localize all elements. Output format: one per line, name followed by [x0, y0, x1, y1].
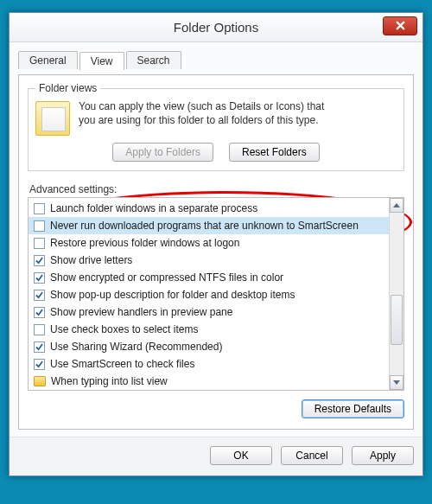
- checkbox[interactable]: [34, 272, 45, 284]
- apply-to-folders-button[interactable]: Apply to Folders: [112, 143, 213, 162]
- scroll-down-button[interactable]: [390, 375, 403, 390]
- checkbox[interactable]: [34, 203, 45, 214]
- checkbox[interactable]: [34, 359, 45, 370]
- folder-views-legend: Folder views: [35, 82, 100, 94]
- advanced-settings-list: Launch folder windows in a separate proc…: [28, 197, 404, 391]
- list-item[interactable]: Never run downloaded programs that are u…: [29, 217, 389, 234]
- ok-button[interactable]: OK: [210, 446, 272, 465]
- checkbox[interactable]: [34, 255, 45, 266]
- chevron-down-icon: [393, 380, 400, 385]
- list-item[interactable]: Use SmartScreen to check files: [29, 355, 389, 373]
- restore-defaults-button[interactable]: Restore Defaults: [302, 399, 404, 418]
- cancel-button[interactable]: Cancel: [281, 446, 343, 465]
- list-item-label: Use SmartScreen to check files: [50, 358, 194, 370]
- scroll-up-button[interactable]: [390, 198, 403, 213]
- reset-folders-button[interactable]: Reset Folders: [229, 143, 320, 162]
- window-title: Folder Options: [174, 20, 258, 35]
- titlebar: Folder Options: [10, 13, 422, 42]
- tab-general[interactable]: General: [18, 51, 78, 69]
- list-item-label: Never run downloaded programs that are u…: [50, 220, 359, 232]
- scrollbar[interactable]: [389, 198, 403, 390]
- list-item[interactable]: Show pop-up description for folder and d…: [29, 286, 389, 303]
- list-item-label: Restore previous folder windows at logon: [50, 237, 239, 249]
- folder-views-group: Folder views You can apply the view (suc…: [28, 82, 404, 171]
- tabstrip: General View Search: [18, 51, 414, 69]
- checkbox[interactable]: [34, 324, 45, 335]
- apply-button[interactable]: Apply: [352, 446, 414, 465]
- list-item[interactable]: Show drive letters: [29, 252, 389, 269]
- checkbox[interactable]: [34, 307, 45, 318]
- list-item-label: Show drive letters: [50, 254, 132, 266]
- advanced-settings-label: Advanced settings:: [29, 183, 404, 195]
- chevron-up-icon: [393, 203, 400, 207]
- folder-options-dialog: Folder Options General View Search Folde…: [9, 12, 423, 476]
- list-item-label: Show preview handlers in preview pane: [50, 306, 232, 318]
- checkbox[interactable]: [34, 341, 45, 353]
- list-item[interactable]: Launch folder windows in a separate proc…: [29, 200, 389, 217]
- folder-views-icon: [35, 101, 70, 136]
- dialog-footer: OK Cancel Apply: [10, 437, 422, 475]
- checkbox[interactable]: [34, 220, 45, 232]
- checkbox[interactable]: [34, 238, 45, 249]
- list-item[interactable]: Use check boxes to select items: [29, 321, 389, 338]
- list-item[interactable]: Show encrypted or compressed NTFS files …: [29, 269, 389, 286]
- list-item-label: Show encrypted or compressed NTFS files …: [50, 271, 283, 284]
- list-item[interactable]: Restore previous folder windows at logon: [29, 234, 389, 252]
- list-item[interactable]: Use Sharing Wizard (Recommended): [29, 338, 389, 355]
- list-item-label: Use Sharing Wizard (Recommended): [50, 341, 222, 353]
- folder-icon: [34, 376, 46, 386]
- list-item-label: Use check boxes to select items: [50, 323, 198, 335]
- list-item[interactable]: Show preview handlers in preview pane: [29, 303, 389, 321]
- list-item-label: When typing into list view: [51, 375, 168, 387]
- tab-view[interactable]: View: [79, 52, 124, 70]
- scroll-thumb[interactable]: [391, 295, 403, 345]
- list-group-header[interactable]: When typing into list view: [29, 373, 389, 390]
- checkbox[interactable]: [34, 290, 45, 301]
- folder-views-description: You can apply the view (such as Details …: [79, 99, 324, 127]
- list-item-label: Launch folder windows in a separate proc…: [50, 202, 257, 214]
- list-item-label: Show pop-up description for folder and d…: [50, 289, 295, 301]
- close-button[interactable]: [383, 16, 417, 35]
- tab-search[interactable]: Search: [126, 51, 181, 69]
- close-icon: [396, 11, 405, 41]
